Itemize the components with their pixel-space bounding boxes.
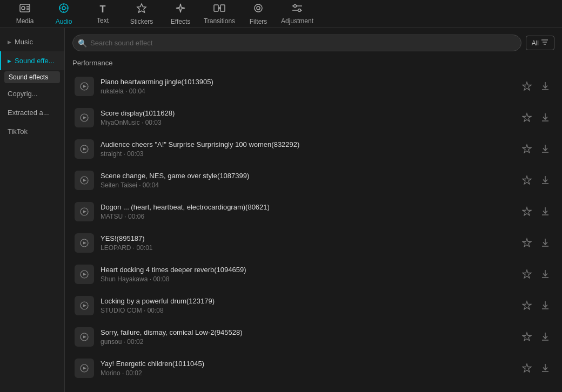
music-play-icon[interactable] xyxy=(75,359,94,378)
download-button[interactable] xyxy=(538,110,552,126)
download-button[interactable] xyxy=(538,173,552,188)
nav-filters[interactable]: Filters xyxy=(239,0,278,28)
sound-title: Yay! Energetic children(1011045) xyxy=(101,360,513,368)
favorite-button[interactable] xyxy=(520,141,534,157)
sound-item[interactable]: Scene change, NES, game over style(10873… xyxy=(69,165,558,195)
music-play-icon[interactable] xyxy=(75,139,94,159)
nav-media[interactable]: Media xyxy=(5,0,44,28)
favorite-button[interactable] xyxy=(520,79,534,94)
favorite-button[interactable] xyxy=(520,110,534,126)
nav-stickers[interactable]: Stickers xyxy=(122,0,161,28)
svg-marker-58 xyxy=(523,333,531,341)
nav-transitions[interactable]: Transitions xyxy=(200,0,239,28)
favorite-button[interactable] xyxy=(520,173,534,188)
favorite-button[interactable] xyxy=(520,329,534,345)
sidebar-tooltip: Sound effects xyxy=(4,71,60,83)
sound-info: Dogon ... (heart, heartbeat, electrocard… xyxy=(101,203,513,220)
download-button[interactable] xyxy=(538,235,552,251)
music-play-icon[interactable] xyxy=(75,265,94,284)
nav-audio-label: Audio xyxy=(56,18,72,25)
favorite-button[interactable] xyxy=(520,267,534,282)
music-play-icon[interactable] xyxy=(75,327,94,347)
nav-adjustment[interactable]: Adjustment xyxy=(278,0,317,28)
sidebar-item-music[interactable]: ▶ Music xyxy=(0,32,64,51)
nav-text[interactable]: T Text xyxy=(83,0,122,28)
music-play-icon[interactable] xyxy=(75,233,94,253)
svg-marker-54 xyxy=(523,301,531,309)
sound-actions xyxy=(520,110,552,126)
download-button[interactable] xyxy=(538,141,552,157)
sidebar-tooltip-text: Sound effects xyxy=(9,73,48,81)
svg-marker-50 xyxy=(523,270,531,278)
download-button[interactable] xyxy=(538,361,552,376)
music-play-icon[interactable] xyxy=(75,202,94,221)
favorite-button[interactable] xyxy=(520,361,534,376)
download-button[interactable] xyxy=(538,298,552,314)
category-label: Performance xyxy=(65,56,562,71)
sidebar-item-sound-effects[interactable]: ▶ Sound effe... xyxy=(0,51,64,70)
svg-marker-34 xyxy=(523,145,531,153)
nav-filters-label: Filters xyxy=(250,18,267,25)
sound-title: Score display(1011628) xyxy=(101,109,513,117)
sound-info: Score display(1011628) MiyaOnMusic · 00:… xyxy=(101,109,513,126)
sound-item[interactable]: Dogon ... (heart, heartbeat, electrocard… xyxy=(69,197,558,227)
sound-actions xyxy=(520,141,552,157)
svg-rect-13 xyxy=(214,5,218,11)
svg-point-1 xyxy=(22,6,25,10)
main-layout: ▶ Music ▶ Sound effe... Sound effects Co… xyxy=(0,28,562,392)
sound-item[interactable]: Audience cheers "A!" Surprise Surprising… xyxy=(69,134,558,164)
download-button[interactable] xyxy=(538,267,552,282)
download-button[interactable] xyxy=(538,329,552,345)
download-button[interactable] xyxy=(538,204,552,220)
media-icon xyxy=(19,3,30,16)
adjustment-icon xyxy=(291,3,303,16)
search-input[interactable] xyxy=(72,35,521,51)
sound-title: Dogon ... (heart, heartbeat, electrocard… xyxy=(101,203,513,211)
sidebar-item-extracted[interactable]: Extracted a... xyxy=(0,103,64,122)
svg-marker-11 xyxy=(137,4,146,12)
sound-effects-arrow-icon: ▶ xyxy=(8,58,11,64)
all-filter-button[interactable]: All xyxy=(526,36,554,50)
sound-item[interactable]: Locking by a powerful drum(123179) STUDI… xyxy=(69,290,558,321)
download-button[interactable] xyxy=(538,79,552,94)
svg-point-16 xyxy=(255,4,262,12)
sound-info: YES!(895187) LEOPARD · 00:01 xyxy=(101,234,513,252)
all-label: All xyxy=(532,39,539,47)
nav-audio[interactable]: Audio xyxy=(44,0,83,28)
sound-item[interactable]: Piano heartwarming jingle(1013905) rukat… xyxy=(69,71,558,102)
music-play-icon[interactable] xyxy=(75,296,94,315)
music-play-icon[interactable] xyxy=(75,77,94,96)
music-play-icon[interactable] xyxy=(75,171,94,190)
content-area: 🔍 All Performance xyxy=(65,28,562,392)
svg-marker-38 xyxy=(523,176,531,184)
nav-text-label: Text xyxy=(97,17,109,24)
sound-meta: LEOPARD · 00:01 xyxy=(101,244,513,252)
sound-list: Piano heartwarming jingle(1013905) rukat… xyxy=(65,71,562,392)
music-arrow-icon: ▶ xyxy=(8,39,11,45)
top-nav: Media Audio T Text Stickers xyxy=(0,0,562,28)
favorite-button[interactable] xyxy=(520,235,534,251)
sound-actions xyxy=(520,79,552,94)
sidebar-item-copyright[interactable]: Copyrig... xyxy=(0,84,64,103)
sound-actions xyxy=(520,329,552,345)
favorite-button[interactable] xyxy=(520,204,534,220)
sound-meta: Shun Hayakawa · 00:08 xyxy=(101,275,513,283)
sound-item[interactable]: Score display(1011628) MiyaOnMusic · 00:… xyxy=(69,103,558,133)
stickers-icon xyxy=(136,3,147,16)
sound-title: Sorry, failure, dismay, comical Low-2(94… xyxy=(101,328,513,336)
sound-item[interactable]: YES!(895187) LEOPARD · 00:01 xyxy=(69,228,558,258)
music-play-icon[interactable] xyxy=(75,108,94,127)
sound-meta: straight · 00:03 xyxy=(101,150,513,158)
sound-title: Audience cheers "A!" Surprise Surprising… xyxy=(101,140,513,148)
sound-item[interactable]: Sorry, failure, dismay, comical Low-2(94… xyxy=(69,322,558,352)
sound-meta: MATSU · 00:06 xyxy=(101,213,513,220)
svg-marker-12 xyxy=(176,4,185,12)
sound-item[interactable]: Heart docking 4 times deeper reverb(1094… xyxy=(69,259,558,289)
svg-marker-42 xyxy=(523,207,531,215)
favorite-button[interactable] xyxy=(520,298,534,314)
sound-actions xyxy=(520,204,552,220)
sound-item[interactable]: Yay! Energetic children(1011045) Morino … xyxy=(69,353,558,383)
svg-marker-30 xyxy=(523,113,531,121)
sidebar-item-tiktok[interactable]: TikTok xyxy=(0,122,64,141)
nav-effects[interactable]: Effects xyxy=(161,0,200,28)
